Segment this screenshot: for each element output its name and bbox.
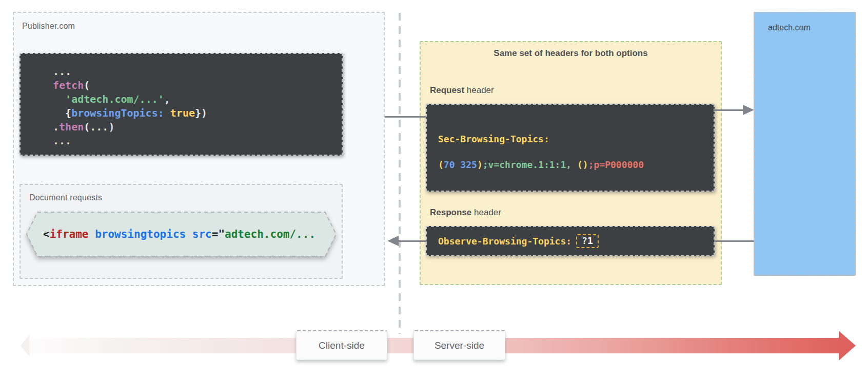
- response-header-label: Response header: [430, 208, 501, 218]
- server-side-box: Server-side: [413, 330, 505, 360]
- request-header-label: Request header: [430, 85, 494, 96]
- code-line: 'adtech.com/...',: [53, 92, 342, 106]
- fetch-to-request-connector-line: [385, 116, 426, 118]
- code-line: ...: [53, 65, 342, 79]
- publisher-label: Publisher.com: [22, 22, 75, 31]
- request-header-block: Sec-Browsing-Topics: (70 325);v=chrome.1…: [426, 104, 715, 192]
- client-server-divider-line: [399, 13, 401, 334]
- request-header-label-bold: Request: [430, 85, 464, 95]
- response-to-publisher-arrowhead-icon: [387, 236, 399, 246]
- server-side-label: Server-side: [435, 340, 484, 351]
- request-to-adtech-arrow-line: [714, 109, 744, 111]
- request-header-name: Sec-Browsing-Topics:: [438, 126, 714, 152]
- code-line: {browsingTopics: true}): [53, 106, 342, 120]
- timeline-left-arrowhead-icon: [21, 334, 30, 357]
- request-header-value: (70 325);v=chrome.1:1:1, ();p=P000000: [438, 152, 714, 178]
- response-header-block: Observe-Browsing-Topics: ?1: [426, 226, 715, 256]
- adtech-label: adtech.com: [768, 23, 811, 32]
- client-side-box: Client-side: [296, 330, 387, 360]
- timeline-right-arrowhead-icon: [839, 331, 856, 361]
- code-line: fetch(: [53, 79, 342, 92]
- response-header-label-rest: header: [471, 208, 501, 217]
- code-line: .then(...): [53, 120, 342, 134]
- iframe-code-snippet: <iframe browsingtopics src="adtech.com/.…: [43, 228, 330, 240]
- code-line: ...: [53, 134, 342, 148]
- response-to-publisher-arrow-line: [398, 240, 427, 242]
- request-header-label-rest: header: [464, 85, 494, 95]
- adtech-panel: adtech.com: [754, 12, 856, 276]
- topics-api-diagram: Publisher.com ... fetch( 'adtech.com/...…: [0, 0, 868, 377]
- headers-panel-title: Same set of headers for both options: [420, 48, 722, 59]
- adtech-to-response-connector-line: [714, 240, 754, 242]
- request-to-adtech-arrowhead-icon: [743, 105, 754, 115]
- document-requests-label: Document requests: [29, 193, 102, 202]
- client-side-label: Client-side: [319, 340, 365, 351]
- response-header-value-chip: ?1: [576, 234, 599, 248]
- fetch-code-block: ... fetch( 'adtech.com/...', {browsingTo…: [19, 53, 343, 156]
- response-header-name: Observe-Browsing-Topics:: [438, 236, 571, 247]
- response-header-label-bold: Response: [430, 208, 471, 217]
